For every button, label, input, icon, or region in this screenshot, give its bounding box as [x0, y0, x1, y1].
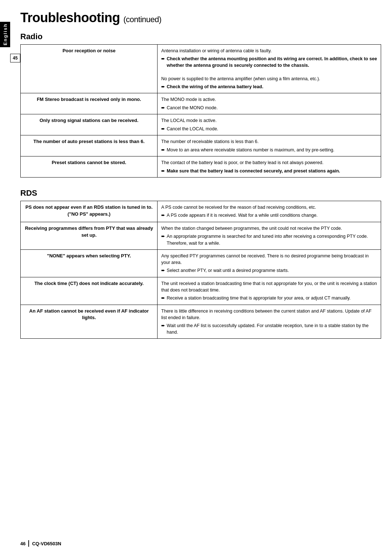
problem-cell: The number of auto preset stations is le… — [21, 135, 158, 156]
arrow-icon: ➨ — [161, 322, 165, 329]
page-number-box: 45 — [10, 54, 20, 62]
radio-section: Radio Poor reception or noise Antenna in… — [20, 32, 381, 178]
table-row: "NONE" appears when selecting PTY. Any s… — [21, 249, 381, 277]
problem-cell: PS does not appear even if an RDS statio… — [21, 201, 158, 222]
solution-arrow-text: Select another PTY, or wait until a desi… — [167, 267, 289, 274]
solution-cell: There is little difference in receiving … — [158, 305, 381, 339]
table-row: An AF station cannot be received even if… — [21, 305, 381, 339]
solution-plain: Any specified PTY programmes cannot be r… — [161, 253, 368, 265]
solution-cell: The LOCAL mode is active. ➨ Cancel the L… — [158, 114, 381, 135]
solution-plain-2: No power is supplied to the antenna ampl… — [161, 76, 320, 81]
solution-cell: When the station changed between program… — [158, 222, 381, 249]
arrow-item: ➨ Make sure that the battery lead is con… — [161, 168, 377, 175]
table-row: Preset stations cannot be stored. The co… — [21, 156, 381, 178]
problem-cell: Preset stations cannot be stored. — [21, 156, 158, 178]
radio-table: Poor reception or noise Antenna installa… — [20, 44, 381, 178]
table-row: The clock time (CT) does not indicate ac… — [21, 277, 381, 305]
arrow-icon: ➨ — [161, 126, 165, 133]
solution-arrow-text: Check whether the antenna mounting posit… — [167, 56, 377, 69]
solution-plain: There is little difference in receiving … — [161, 309, 371, 320]
solution-plain: The MONO mode is active. — [161, 97, 216, 102]
problem-cell: The clock time (CT) does not indicate ac… — [21, 277, 158, 305]
arrow-item: ➨ Move to an area where receivable stati… — [161, 147, 377, 154]
arrow-item: ➨ Check whether the antenna mounting pos… — [161, 56, 377, 69]
solution-arrow-text: Wait until the AF list is successfully u… — [167, 322, 377, 335]
arrow-item: ➨ Wait until the AF list is successfully… — [161, 322, 377, 335]
solution-plain: The contact of the battery lead is poor,… — [161, 160, 323, 165]
arrow-icon: ➨ — [161, 168, 165, 175]
arrow-icon: ➨ — [161, 105, 165, 111]
solution-cell: Any specified PTY programmes cannot be r… — [158, 249, 381, 277]
solution-plain: A PS code cannot be received for the rea… — [161, 205, 316, 210]
solution-arrow-text: An appropriate programme is searched for… — [167, 233, 377, 246]
problem-cell: Only strong signal stations can be recei… — [21, 114, 158, 135]
solution-cell: Antenna installation or wiring of antenn… — [158, 45, 381, 93]
arrow-item: ➨ A PS code appears if it is received. W… — [161, 212, 377, 219]
solution-plain: When the station changed between program… — [161, 226, 342, 231]
arrow-icon: ➨ — [161, 212, 165, 219]
table-row: PS does not appear even if an RDS statio… — [21, 201, 381, 222]
solution-arrow-text: Receive a station broadcasting time that… — [167, 295, 351, 301]
solution-cell: The contact of the battery lead is poor,… — [158, 156, 381, 178]
footer-page-number: 46 — [20, 541, 25, 546]
solution-plain: The unit received a station broadcasting… — [161, 281, 377, 293]
main-content: Troubleshooting (continued) Radio Poor r… — [20, 0, 381, 339]
arrow-item: ➨ Cancel the MONO mode. — [161, 105, 377, 111]
problem-cell: Receiving programmes differs from PTY th… — [21, 222, 158, 249]
arrow-icon: ➨ — [161, 233, 165, 240]
arrow-icon: ➨ — [161, 56, 165, 62]
solution-arrow-text: A PS code appears if it is received. Wai… — [167, 212, 318, 219]
footer-model-number: CQ-VD6503N — [32, 541, 61, 546]
rds-section: RDS PS does not appear even if an RDS st… — [20, 188, 381, 339]
solution-arrow-text: Cancel the LOCAL mode. — [167, 126, 218, 132]
table-row: Poor reception or noise Antenna installa… — [21, 45, 381, 93]
page-title: Troubleshooting (continued) — [20, 10, 381, 25]
rds-table: PS does not appear even if an RDS statio… — [20, 201, 381, 339]
english-tab: English — [0, 22, 10, 47]
arrow-item: ➨ Cancel the LOCAL mode. — [161, 126, 377, 133]
solution-plain: Antenna installation or wiring of antenn… — [161, 48, 271, 53]
solution-plain: The number of receivable stations is les… — [161, 139, 258, 144]
arrow-item: ➨ Check the wiring of the antenna batter… — [161, 83, 377, 90]
solution-cell: The MONO mode is active. ➨ Cancel the MO… — [158, 93, 381, 114]
footer-divider-line — [28, 540, 29, 547]
solution-arrow-text: Move to an area where receivable station… — [167, 147, 334, 153]
solution-arrow-text-2: Check the wiring of the antenna battery … — [167, 83, 263, 90]
arrow-icon: ➨ — [161, 147, 165, 154]
solution-cell: The unit received a station broadcasting… — [158, 277, 381, 305]
title-continued: (continued) — [123, 15, 162, 24]
problem-cell: FM Stereo broadcast is received only in … — [21, 93, 158, 114]
problem-cell: Poor reception or noise — [21, 45, 158, 93]
solution-plain: The LOCAL mode is active. — [161, 118, 216, 123]
table-row: Only strong signal stations can be recei… — [21, 114, 381, 135]
rds-section-title: RDS — [20, 188, 381, 198]
arrow-item: ➨ An appropriate programme is searched f… — [161, 233, 377, 246]
page-container: English 45 Troubleshooting (continued) R… — [0, 0, 392, 554]
table-row: Receiving programmes differs from PTY th… — [21, 222, 381, 249]
arrow-item: ➨ Receive a station broadcasting time th… — [161, 295, 377, 302]
arrow-icon: ➨ — [161, 295, 165, 302]
arrow-icon: ➨ — [161, 83, 165, 90]
arrow-icon: ➨ — [161, 267, 165, 274]
table-row: The number of auto preset stations is le… — [21, 135, 381, 156]
arrow-item: ➨ Select another PTY, or wait until a de… — [161, 267, 377, 274]
solution-cell: The number of receivable stations is les… — [158, 135, 381, 156]
problem-cell: An AF station cannot be received even if… — [21, 305, 158, 339]
radio-section-title: Radio — [20, 32, 381, 41]
title-text: Troubleshooting — [20, 10, 120, 25]
solution-arrow-text: Make sure that the battery lead is conne… — [167, 168, 340, 174]
table-row: FM Stereo broadcast is received only in … — [21, 93, 381, 114]
page-footer: 46 CQ-VD6503N — [0, 540, 392, 547]
solution-cell: A PS code cannot be received for the rea… — [158, 201, 381, 222]
solution-arrow-text: Cancel the MONO mode. — [167, 105, 217, 111]
problem-cell: "NONE" appears when selecting PTY. — [21, 249, 158, 277]
